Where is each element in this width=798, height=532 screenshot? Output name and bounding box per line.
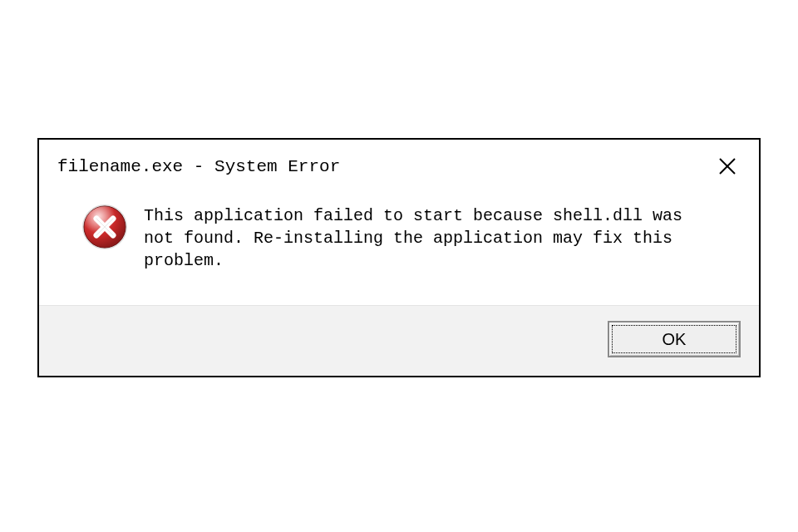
dialog-message: This application failed to start because… [144, 203, 717, 272]
dialog-titlebar: filename.exe - System Error [39, 140, 759, 186]
dialog-button-bar: OK [39, 305, 759, 376]
ok-button[interactable]: OK [608, 321, 741, 357]
error-icon [81, 203, 129, 251]
close-icon [717, 156, 737, 176]
dialog-content: This application failed to start because… [39, 186, 759, 305]
close-button[interactable] [714, 153, 741, 180]
error-dialog: filename.exe - System Error [37, 138, 761, 377]
dialog-title: filename.exe - System Error [57, 157, 340, 176]
